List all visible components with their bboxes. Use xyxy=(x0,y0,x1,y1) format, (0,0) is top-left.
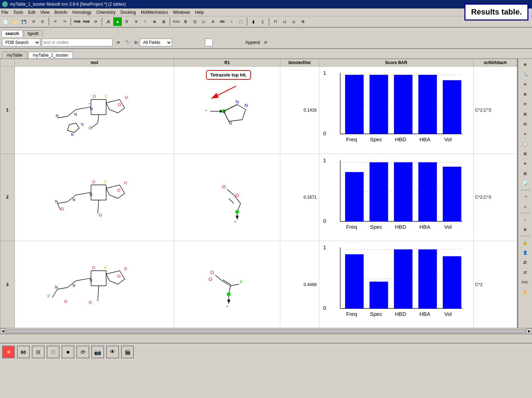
circle-button[interactable]: ○ xyxy=(227,17,236,26)
zoom-mag-button[interactable]: ⊕ xyxy=(520,90,530,98)
new-button[interactable]: 📄 xyxy=(1,17,10,26)
person-button[interactable]: 👤 xyxy=(520,248,530,257)
scroll-thumb-h[interactable] xyxy=(6,329,526,333)
scrollbar-h[interactable]: ◀ ▶ xyxy=(0,328,532,334)
rotate-button[interactable]: ↺ xyxy=(29,17,38,26)
move-button[interactable]: ✛ xyxy=(520,80,530,89)
svg-rect-46 xyxy=(91,185,106,200)
refresh3-button[interactable]: ⟳ xyxy=(76,346,89,358)
z-label-button[interactable]: Z! xyxy=(520,258,530,267)
col-header-score[interactable]: Score BAR xyxy=(319,59,474,67)
eye-button[interactable]: 👁 xyxy=(106,346,119,358)
menu-chemistry[interactable]: Chemistry xyxy=(97,10,116,15)
save-button[interactable]: 💾 xyxy=(20,17,28,26)
menu-help[interactable]: Help xyxy=(195,10,204,15)
binoculars-icon-btn[interactable]: 🔭 xyxy=(124,38,132,47)
rect1-button[interactable]: ▮ xyxy=(249,17,258,26)
esc-button[interactable]: ESC xyxy=(520,278,530,286)
menu-tools[interactable]: Tools xyxy=(13,10,23,15)
lock-button[interactable]: 🔒 xyxy=(520,238,530,247)
a2-button[interactable]: A xyxy=(209,17,217,26)
menu-file[interactable]: File xyxy=(1,10,8,15)
table-tab-mytable[interactable]: myTable xyxy=(2,52,27,58)
camera-button[interactable]: 📷 xyxy=(91,346,104,358)
menu-molmechanics[interactable]: MolMechanics xyxy=(141,10,168,15)
col-header-scfld[interactable]: scfldAttach xyxy=(474,59,517,67)
resize-v-button[interactable]: ⊥ xyxy=(520,202,530,211)
menu-view[interactable]: View xyxy=(40,10,50,15)
r-button[interactable]: R xyxy=(122,17,131,26)
pdb2-button[interactable]: PDB xyxy=(82,17,91,26)
open-button[interactable]: 📁 xyxy=(11,17,19,26)
arrows2-button[interactable]: ⇄ xyxy=(520,268,530,277)
close-x-button[interactable]: ✕ xyxy=(520,159,530,168)
zoom-in-button[interactable]: 🔍 xyxy=(520,70,530,79)
r1-cell-1: * N N N xyxy=(174,67,280,154)
data-table[interactable]: mol R1 biosterDist Score BAR scfldAttach… xyxy=(0,59,518,328)
search-icon-btn[interactable]: ⟳ xyxy=(114,38,122,47)
layers2-button[interactable]: ≡ xyxy=(520,130,530,138)
grid2-button[interactable]: ⊞ xyxy=(520,169,530,178)
refresh2-button[interactable]: ⟳ xyxy=(520,100,530,108)
video-button[interactable]: 🎬 xyxy=(121,346,134,358)
col-header-r1[interactable]: R1 xyxy=(174,59,280,67)
tab-search[interactable]: search xyxy=(1,30,23,37)
col-header-mol[interactable]: mol xyxy=(15,59,174,67)
menu-homology[interactable]: Homology xyxy=(73,10,92,15)
rect-empty-button[interactable]: □ xyxy=(47,346,59,358)
fields-select[interactable]: All Fields Name Description xyxy=(140,39,172,46)
menu-windows[interactable]: Windows xyxy=(173,10,190,15)
font-a-button[interactable]: A xyxy=(104,17,113,26)
green-box-button[interactable]: ■ xyxy=(113,17,122,26)
stop-button[interactable]: ✕ xyxy=(2,346,15,358)
fog-button[interactable]: FOG xyxy=(172,17,181,26)
copy-button[interactable]: ⎘ xyxy=(38,17,47,26)
search-type-select[interactable]: PDB Search Ligand Search Text Search xyxy=(2,39,40,46)
menu-edit[interactable]: Edit xyxy=(28,10,35,15)
pdb-button[interactable]: PDB xyxy=(73,17,81,26)
arrows-button[interactable]: ↕ xyxy=(520,215,530,224)
resize-h-button[interactable]: ⊣ xyxy=(520,192,530,201)
data-button[interactable]: ⊡ xyxy=(190,17,199,26)
scroll-left-button[interactable]: ◀ xyxy=(0,328,6,334)
excl-button[interactable]: ! xyxy=(141,17,149,26)
table-e-button[interactable]: ⊟ xyxy=(32,346,45,358)
triangle-button[interactable]: ▷ xyxy=(200,17,208,26)
hd-button[interactable]: HD xyxy=(218,17,227,26)
redo-button[interactable]: ↷ xyxy=(60,17,69,26)
append-checkbox-label[interactable]: Append xyxy=(173,39,260,46)
refresh-button[interactable]: ⟳ xyxy=(91,17,100,26)
rect5-button[interactable]: ⊏ xyxy=(290,17,298,26)
compass-button[interactable]: ⊕ xyxy=(520,60,530,69)
rect3-button[interactable]: ⊓ xyxy=(271,17,280,26)
table-tab-isoster[interactable]: myTable_1_isoster xyxy=(28,52,73,58)
hand-button[interactable]: ✋ xyxy=(520,288,530,296)
scroll-right-button[interactable]: ▶ xyxy=(526,328,532,334)
rect-full-button[interactable]: ■ xyxy=(62,346,74,358)
col-header-bioster[interactable]: biosterDist xyxy=(280,59,319,67)
menu-docking[interactable]: Docking xyxy=(121,10,136,15)
clipboard-button[interactable]: 📋 xyxy=(520,140,530,148)
s-button[interactable]: S xyxy=(181,17,190,26)
rect2-button[interactable]: ▯ xyxy=(258,17,267,26)
menu-bioinfo[interactable]: Bioinfo xyxy=(55,10,68,15)
svg-rect-38 xyxy=(394,75,412,134)
grid-button[interactable]: ⊞ xyxy=(159,17,168,26)
crosshair-button[interactable]: ✕ xyxy=(132,17,140,26)
search-input[interactable] xyxy=(42,39,113,46)
properties-button[interactable]: ⊞ xyxy=(520,149,530,158)
rect4-button[interactable]: ⊔ xyxy=(280,17,289,26)
network-button[interactable]: ⊟ xyxy=(520,120,530,128)
layers-button[interactable]: ⬚ xyxy=(236,17,245,26)
sixty-button[interactable]: 60 xyxy=(17,346,30,358)
plus-arrows-button[interactable]: ⊕ xyxy=(520,225,530,234)
tab-ligedit[interactable]: ligedit xyxy=(24,30,42,37)
chart-button[interactable]: 📊 xyxy=(520,179,530,188)
svg-text:O: O xyxy=(92,266,95,270)
undo-button[interactable]: ↶ xyxy=(51,17,59,26)
binoculars-button[interactable]: ⊞ xyxy=(520,110,530,118)
refresh-search-button[interactable]: ⟳ xyxy=(262,38,270,47)
gear-button[interactable]: ⚙ xyxy=(299,17,307,26)
append-checkbox[interactable] xyxy=(173,39,244,46)
crosshair2-button[interactable]: ⊕ xyxy=(150,17,159,26)
